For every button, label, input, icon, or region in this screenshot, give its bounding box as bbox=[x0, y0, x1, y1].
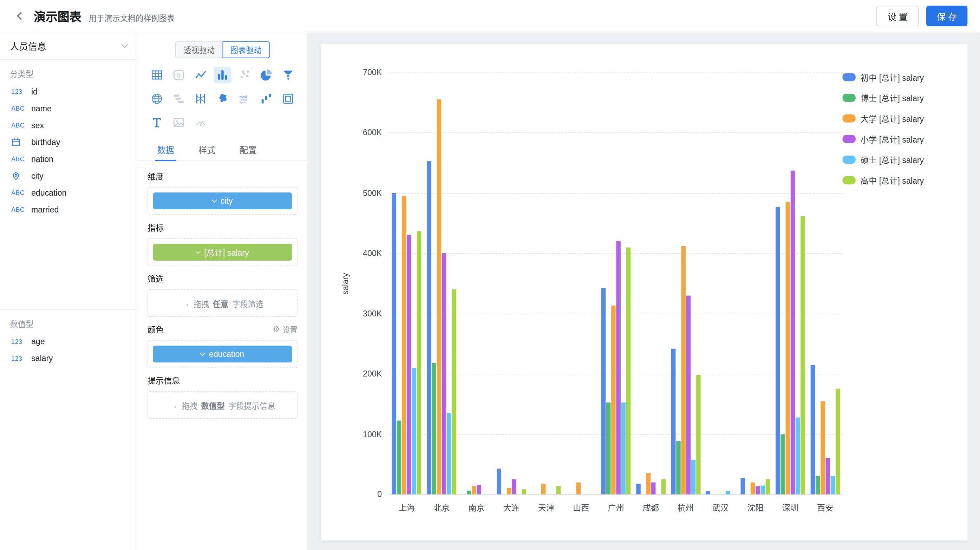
dataset-selector[interactable]: 人员信息 bbox=[0, 33, 137, 60]
bar[interactable] bbox=[741, 478, 745, 494]
legend-item[interactable]: 初中 [总计] salary bbox=[842, 71, 961, 83]
settings-button[interactable]: 设 置 bbox=[877, 6, 919, 26]
filter-dropzone[interactable]: → 拖拽任意字段筛选 bbox=[148, 289, 298, 317]
bar[interactable] bbox=[751, 482, 755, 494]
bar[interactable] bbox=[691, 460, 695, 494]
bar[interactable] bbox=[726, 491, 730, 494]
bar[interactable] bbox=[760, 485, 765, 494]
dimension-pill-city[interactable]: city bbox=[153, 192, 292, 209]
bar[interactable] bbox=[646, 473, 650, 494]
legend-item[interactable]: 博士 [总计] salary bbox=[842, 92, 961, 104]
table-icon[interactable] bbox=[148, 67, 165, 83]
bar[interactable] bbox=[651, 482, 655, 494]
bar[interactable] bbox=[512, 479, 516, 494]
bar[interactable] bbox=[432, 363, 436, 494]
bar[interactable] bbox=[407, 235, 411, 494]
bar[interactable] bbox=[402, 196, 406, 494]
color-settings-button[interactable]: ⚙ 设置 bbox=[272, 324, 298, 334]
field-birthday[interactable]: birthday bbox=[0, 134, 137, 151]
table-complex-icon[interactable] bbox=[170, 91, 187, 107]
bar[interactable] bbox=[795, 417, 800, 494]
bar[interactable] bbox=[671, 348, 675, 494]
bar[interactable] bbox=[467, 491, 471, 494]
bar[interactable] bbox=[576, 482, 581, 494]
tooltip-dropzone[interactable]: → 拖拽数值型字段提示信息 bbox=[148, 391, 298, 419]
bar[interactable] bbox=[785, 202, 790, 494]
tab-数据[interactable]: 数据 bbox=[145, 138, 186, 161]
gauge-icon[interactable] bbox=[192, 114, 209, 130]
bar[interactable] bbox=[810, 365, 815, 494]
bar[interactable] bbox=[776, 207, 780, 494]
bar[interactable] bbox=[835, 389, 840, 494]
bar[interactable] bbox=[766, 479, 770, 494]
bar[interactable] bbox=[815, 476, 819, 494]
field-education[interactable]: ABCeducation bbox=[0, 184, 137, 201]
field-name[interactable]: ABCname bbox=[0, 100, 137, 117]
bar[interactable] bbox=[756, 486, 760, 494]
bar[interactable] bbox=[472, 486, 476, 494]
bar[interactable] bbox=[696, 375, 700, 494]
bar[interactable] bbox=[601, 288, 606, 494]
radar-chart-icon[interactable] bbox=[148, 91, 165, 107]
bar[interactable] bbox=[542, 483, 546, 494]
bar[interactable] bbox=[497, 469, 501, 494]
field-id[interactable]: 123id bbox=[0, 83, 137, 100]
tab-配置[interactable]: 配置 bbox=[228, 138, 269, 161]
bar[interactable] bbox=[447, 413, 451, 494]
image-icon[interactable] bbox=[170, 114, 187, 130]
bar[interactable] bbox=[661, 479, 665, 494]
dimension-dropzone[interactable]: city bbox=[148, 187, 298, 215]
bar[interactable] bbox=[606, 403, 611, 494]
text-icon[interactable] bbox=[148, 114, 165, 130]
bar[interactable] bbox=[616, 241, 620, 494]
bar-chart-icon[interactable] bbox=[213, 67, 231, 83]
number-card-icon[interactable]: 8 bbox=[170, 67, 187, 83]
field-sex[interactable]: ABCsex bbox=[0, 117, 137, 134]
rich-text-icon[interactable] bbox=[280, 91, 297, 107]
bar[interactable] bbox=[706, 491, 710, 494]
bar[interactable] bbox=[826, 458, 830, 494]
back-button[interactable] bbox=[13, 9, 26, 23]
field-salary[interactable]: 123salary bbox=[0, 350, 137, 367]
bar[interactable] bbox=[621, 403, 625, 494]
funnel-chart-icon[interactable] bbox=[280, 67, 297, 83]
bar[interactable] bbox=[477, 485, 481, 494]
field-city[interactable]: city bbox=[0, 167, 137, 184]
mode-option-透视驱动[interactable]: 透视驱动 bbox=[175, 41, 222, 58]
bar[interactable] bbox=[506, 488, 511, 494]
map-icon[interactable] bbox=[213, 91, 231, 107]
bar[interactable] bbox=[557, 486, 561, 494]
metric-dropzone[interactable]: [总计] salary bbox=[148, 238, 298, 266]
bar[interactable] bbox=[636, 483, 640, 494]
bar[interactable] bbox=[626, 247, 630, 494]
tab-样式[interactable]: 样式 bbox=[186, 138, 227, 161]
word-cloud-icon[interactable]: wordcloudagis fb bbox=[236, 91, 253, 107]
waterfall-chart-icon[interactable] bbox=[258, 91, 275, 107]
legend-item[interactable]: 大学 [总计] salary bbox=[842, 112, 961, 124]
bar[interactable] bbox=[442, 253, 446, 494]
metric-pill-salary[interactable]: [总计] salary bbox=[153, 244, 292, 261]
field-nation[interactable]: ABCnation bbox=[0, 151, 137, 167]
mode-option-图表驱动[interactable]: 图表驱动 bbox=[222, 41, 270, 58]
bar[interactable] bbox=[781, 434, 785, 494]
bar[interactable] bbox=[417, 231, 421, 494]
scatter-plot-icon[interactable] bbox=[236, 67, 253, 83]
bar[interactable] bbox=[412, 368, 416, 494]
field-age[interactable]: 123age bbox=[0, 333, 137, 350]
bar[interactable] bbox=[437, 100, 441, 494]
legend-item[interactable]: 小学 [总计] salary bbox=[842, 133, 961, 145]
bar[interactable] bbox=[392, 193, 396, 494]
legend-item[interactable]: 硕士 [总计] salary bbox=[842, 154, 961, 166]
bar[interactable] bbox=[686, 296, 690, 494]
color-dropzone[interactable]: education bbox=[148, 340, 298, 368]
bar[interactable] bbox=[611, 305, 616, 494]
pie-chart-icon[interactable] bbox=[258, 67, 275, 83]
bar[interactable] bbox=[522, 490, 526, 494]
color-pill-education[interactable]: education bbox=[153, 346, 292, 362]
bar[interactable] bbox=[820, 401, 824, 494]
bar[interactable] bbox=[452, 289, 456, 494]
bar[interactable] bbox=[676, 441, 680, 494]
bar[interactable] bbox=[830, 476, 835, 494]
bar[interactable] bbox=[790, 171, 794, 494]
bar[interactable] bbox=[427, 161, 431, 494]
